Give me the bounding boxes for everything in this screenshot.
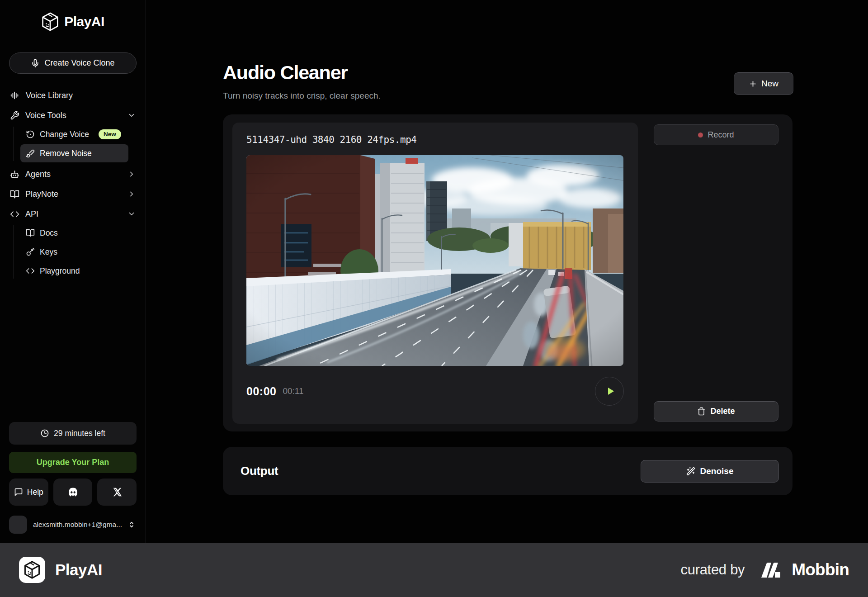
- playai-cube-icon: [24, 560, 41, 579]
- trash-icon: [697, 407, 706, 416]
- new-badge: New: [99, 129, 121, 139]
- playai-cube-icon: [41, 12, 59, 32]
- chevron-down-icon: [127, 111, 136, 119]
- discord-icon: [67, 486, 79, 498]
- record-button[interactable]: Record: [654, 124, 778, 145]
- city-traffic-illustration: [246, 155, 623, 366]
- code-icon: [26, 266, 35, 275]
- media-filename: 5114347-uhd_3840_2160_24fps.mp4: [246, 134, 624, 145]
- sidebar-item-change-voice[interactable]: Change Voice New: [20, 125, 128, 143]
- account-switcher[interactable]: alexsmith.mobbin+1@gma...: [9, 516, 137, 534]
- api-subgroup: Docs Keys Playground: [14, 224, 128, 281]
- avatar: [9, 516, 27, 534]
- plus-icon: [749, 80, 757, 88]
- footer-brand-name: PlayAI: [55, 561, 102, 579]
- chevron-right-icon: [127, 190, 136, 198]
- audio-cleaner-card: 5114347-uhd_3840_2160_24fps.mp4: [223, 114, 793, 431]
- x-twitter-button[interactable]: [97, 479, 137, 506]
- upgrade-plan-button[interactable]: Upgrade Your Plan: [9, 452, 137, 473]
- footer: PlayAI curated by Mobbin: [0, 543, 868, 597]
- page-title: Audio Cleaner: [223, 62, 381, 84]
- player-card: 5114347-uhd_3840_2160_24fps.mp4: [232, 123, 638, 424]
- new-button[interactable]: New: [734, 72, 793, 95]
- page-header: Audio Cleaner Turn noisy tracks into cri…: [223, 62, 381, 101]
- chevron-down-icon: [127, 210, 136, 218]
- code-icon: [10, 209, 19, 219]
- chevrons-up-down-icon: [127, 521, 136, 529]
- current-time: 00:00: [246, 385, 276, 398]
- sidebar-item-playnote[interactable]: PlayNote: [9, 184, 137, 204]
- video-thumbnail[interactable]: [246, 155, 623, 366]
- voice-tools-subgroup: Change Voice New Remove Noise: [14, 125, 128, 163]
- sidebar-item-keys[interactable]: Keys: [20, 243, 128, 261]
- brand-name: PlayAI: [64, 14, 104, 29]
- sidebar: PlayAI Create Voice Clone Voice Library …: [0, 0, 146, 543]
- output-title: Output: [241, 464, 278, 478]
- key-icon: [26, 247, 35, 256]
- wrench-icon: [10, 111, 19, 120]
- create-voice-clone-button[interactable]: Create Voice Clone: [9, 52, 137, 74]
- mobbin-logo-icon: [761, 562, 785, 578]
- sidebar-item-agents[interactable]: Agents: [9, 164, 137, 184]
- chevron-right-icon: [127, 170, 136, 178]
- curated-by-text: curated by: [681, 562, 745, 578]
- book-open-icon: [26, 228, 35, 237]
- page-subtitle: Turn noisy tracks into crisp, clear spee…: [223, 91, 381, 101]
- sidebar-bottom: 29 minutes left Upgrade Your Plan Help: [9, 422, 137, 534]
- play-icon: [605, 386, 616, 397]
- sidebar-item-voice-tools[interactable]: Voice Tools: [9, 105, 137, 125]
- time-left-card: 29 minutes left: [9, 422, 137, 445]
- chat-bubble-icon: [14, 488, 23, 497]
- app-window: PlayAI Create Voice Clone Voice Library …: [0, 0, 868, 543]
- help-row: Help: [9, 479, 137, 506]
- sidebar-item-api[interactable]: API: [9, 204, 137, 224]
- play-button[interactable]: [595, 377, 624, 406]
- delete-button[interactable]: Delete: [654, 401, 778, 422]
- x-twitter-icon: [112, 487, 122, 497]
- sidebar-item-playground[interactable]: Playground: [20, 262, 128, 280]
- output-card: Output Denoise: [223, 447, 793, 495]
- sidebar-nav: Voice Library Voice Tools Change Voice N…: [9, 85, 137, 282]
- footer-credit: curated by Mobbin: [681, 560, 849, 579]
- sidebar-item-docs[interactable]: Docs: [20, 224, 128, 242]
- audio-waveform-icon: [10, 90, 20, 100]
- help-button[interactable]: Help: [9, 479, 48, 506]
- mobbin-name: Mobbin: [792, 560, 849, 579]
- magic-wand-icon: [686, 467, 695, 476]
- account-email: alexsmith.mobbin+1@gma...: [33, 521, 122, 529]
- change-voice-icon: [26, 130, 35, 139]
- brush-icon: [26, 149, 35, 158]
- main-content: Audio Cleaner Turn noisy tracks into cri…: [146, 0, 868, 543]
- player-controls: 00:00 00:11: [246, 377, 624, 406]
- discord-button[interactable]: [53, 479, 93, 506]
- playai-logo[interactable]: PlayAI: [41, 12, 104, 32]
- duration: 00:11: [283, 386, 303, 396]
- playai-footer-logo: [19, 557, 45, 583]
- denoise-button[interactable]: Denoise: [641, 460, 779, 483]
- microphone-icon: [31, 59, 40, 68]
- record-dot-icon: [698, 133, 703, 137]
- clock-icon: [40, 429, 49, 438]
- sidebar-item-remove-noise[interactable]: Remove Noise: [20, 144, 128, 162]
- sidebar-item-voice-library[interactable]: Voice Library: [9, 85, 137, 105]
- book-open-icon: [10, 190, 19, 199]
- robot-icon: [10, 170, 19, 179]
